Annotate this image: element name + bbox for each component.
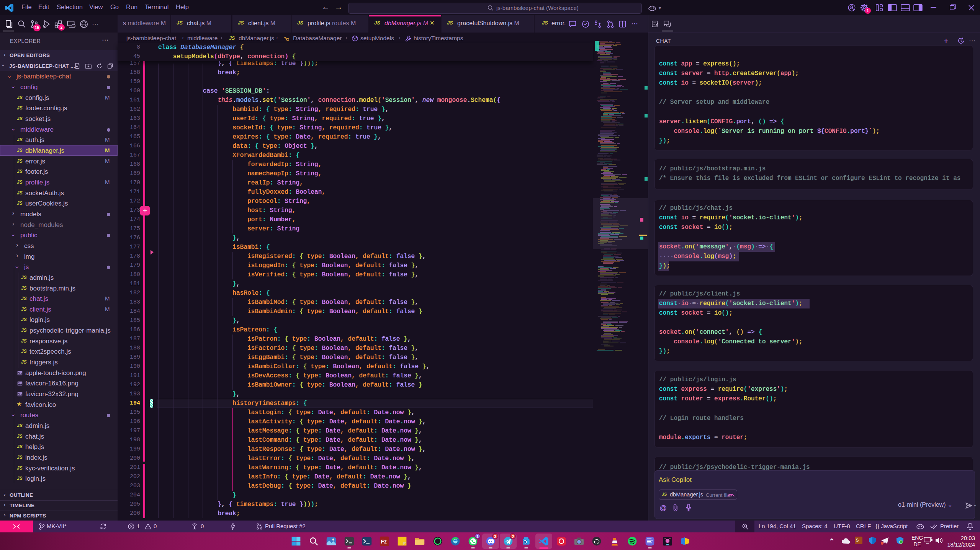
svg-text:◇: ◇ (73, 25, 75, 28)
svg-text:Fz: Fz (381, 539, 387, 545)
